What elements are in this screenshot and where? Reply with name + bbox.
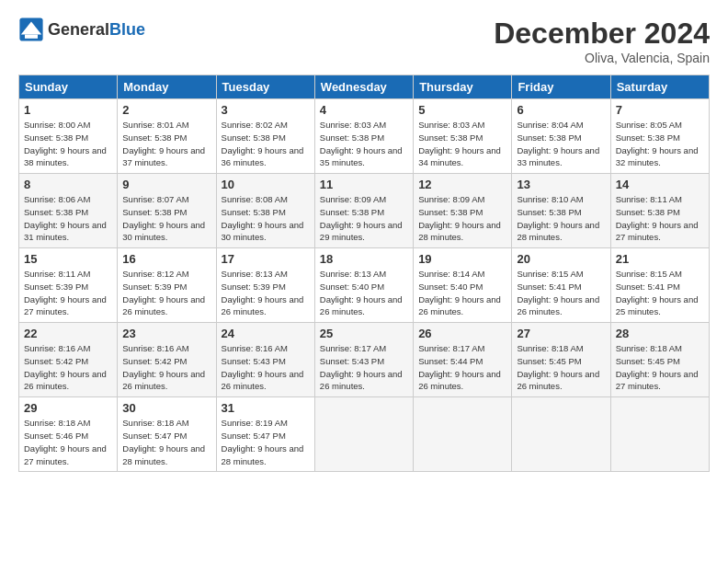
day-number: 18 xyxy=(320,252,408,266)
cell-text: Sunrise: 8:05 AMSunset: 5:38 PMDaylight:… xyxy=(616,120,699,167)
calendar-table: Sunday Monday Tuesday Wednesday Thursday… xyxy=(18,75,710,472)
day-number: 23 xyxy=(122,327,210,340)
cell-text: Sunrise: 8:08 AMSunset: 5:38 PMDaylight:… xyxy=(222,194,304,242)
day-number: 27 xyxy=(517,327,605,340)
title-block: December 2024 Oliva, Valencia, Spain xyxy=(494,17,710,65)
cell-text: Sunrise: 8:07 AMSunset: 5:38 PMDaylight:… xyxy=(122,194,205,242)
cell-text: Sunrise: 8:18 AMSunset: 5:45 PMDaylight:… xyxy=(616,343,699,391)
calendar-week-5: 29 Sunrise: 8:18 AMSunset: 5:46 PMDaylig… xyxy=(19,397,710,472)
cell-text: Sunrise: 8:12 AMSunset: 5:39 PMDaylight:… xyxy=(122,269,205,316)
table-row: 27 Sunrise: 8:18 AMSunset: 5:45 PMDaylig… xyxy=(512,323,610,397)
day-number: 28 xyxy=(616,327,704,340)
table-row: 23 Sunrise: 8:16 AMSunset: 5:42 PMDaylig… xyxy=(118,323,216,397)
cell-text: Sunrise: 8:15 AMSunset: 5:41 PMDaylight:… xyxy=(517,269,599,316)
cell-text: Sunrise: 8:00 AMSunset: 5:38 PMDaylight:… xyxy=(24,120,107,167)
day-number: 8 xyxy=(24,178,112,191)
table-row: 21 Sunrise: 8:15 AMSunset: 5:41 PMDaylig… xyxy=(610,248,709,323)
day-number: 10 xyxy=(222,178,310,191)
table-row: 1 Sunrise: 8:00 AMSunset: 5:38 PMDayligh… xyxy=(19,99,118,174)
col-thursday: Thursday xyxy=(414,75,512,99)
header: GeneralBlue December 2024 Oliva, Valenci… xyxy=(18,17,710,65)
cell-text: Sunrise: 8:02 AMSunset: 5:38 PMDaylight:… xyxy=(222,120,304,167)
calendar-header-row: Sunday Monday Tuesday Wednesday Thursday… xyxy=(19,75,710,99)
day-number: 7 xyxy=(616,103,704,117)
cell-text: Sunrise: 8:15 AMSunset: 5:41 PMDaylight:… xyxy=(616,269,699,316)
cell-text: Sunrise: 8:18 AMSunset: 5:45 PMDaylight:… xyxy=(517,343,599,391)
day-number: 5 xyxy=(418,103,506,117)
page-container: GeneralBlue December 2024 Oliva, Valenci… xyxy=(0,0,728,481)
day-number: 31 xyxy=(222,401,310,415)
cell-text: Sunrise: 8:03 AMSunset: 5:38 PMDaylight:… xyxy=(418,120,501,167)
table-row: 30 Sunrise: 8:18 AMSunset: 5:47 PMDaylig… xyxy=(118,397,216,472)
table-row xyxy=(610,397,709,472)
table-row: 11 Sunrise: 8:09 AMSunset: 5:38 PMDaylig… xyxy=(314,174,413,248)
cell-text: Sunrise: 8:16 AMSunset: 5:43 PMDaylight:… xyxy=(222,343,304,391)
table-row: 31 Sunrise: 8:19 AMSunset: 5:47 PMDaylig… xyxy=(216,397,314,472)
cell-text: Sunrise: 8:18 AMSunset: 5:47 PMDaylight:… xyxy=(122,418,205,465)
table-row: 6 Sunrise: 8:04 AMSunset: 5:38 PMDayligh… xyxy=(512,99,610,174)
month-title: December 2024 xyxy=(494,17,710,51)
table-row: 29 Sunrise: 8:18 AMSunset: 5:46 PMDaylig… xyxy=(19,397,118,472)
cell-text: Sunrise: 8:16 AMSunset: 5:42 PMDaylight:… xyxy=(24,343,107,391)
col-monday: Monday xyxy=(118,75,216,99)
table-row: 3 Sunrise: 8:02 AMSunset: 5:38 PMDayligh… xyxy=(216,99,314,174)
table-row: 20 Sunrise: 8:15 AMSunset: 5:41 PMDaylig… xyxy=(512,248,610,323)
table-row: 17 Sunrise: 8:13 AMSunset: 5:39 PMDaylig… xyxy=(216,248,314,323)
cell-text: Sunrise: 8:17 AMSunset: 5:43 PMDaylight:… xyxy=(320,343,403,391)
cell-text: Sunrise: 8:09 AMSunset: 5:38 PMDaylight:… xyxy=(320,194,403,242)
table-row: 28 Sunrise: 8:18 AMSunset: 5:45 PMDaylig… xyxy=(610,323,709,397)
cell-text: Sunrise: 8:14 AMSunset: 5:40 PMDaylight:… xyxy=(418,269,501,316)
cell-text: Sunrise: 8:03 AMSunset: 5:38 PMDaylight:… xyxy=(320,120,403,167)
day-number: 3 xyxy=(222,103,310,117)
table-row: 14 Sunrise: 8:11 AMSunset: 5:38 PMDaylig… xyxy=(610,174,709,248)
day-number: 1 xyxy=(24,103,112,117)
col-sunday: Sunday xyxy=(19,75,118,99)
cell-text: Sunrise: 8:10 AMSunset: 5:38 PMDaylight:… xyxy=(517,194,599,242)
logo-blue: Blue xyxy=(109,20,145,39)
day-number: 25 xyxy=(320,327,408,340)
cell-text: Sunrise: 8:13 AMSunset: 5:40 PMDaylight:… xyxy=(320,269,403,316)
table-row: 8 Sunrise: 8:06 AMSunset: 5:38 PMDayligh… xyxy=(19,174,118,248)
table-row: 5 Sunrise: 8:03 AMSunset: 5:38 PMDayligh… xyxy=(414,99,512,174)
day-number: 21 xyxy=(616,252,704,266)
table-row: 15 Sunrise: 8:11 AMSunset: 5:39 PMDaylig… xyxy=(19,248,118,323)
cell-text: Sunrise: 8:06 AMSunset: 5:38 PMDaylight:… xyxy=(24,194,107,242)
table-row: 7 Sunrise: 8:05 AMSunset: 5:38 PMDayligh… xyxy=(610,99,709,174)
day-number: 13 xyxy=(517,178,605,191)
table-row: 10 Sunrise: 8:08 AMSunset: 5:38 PMDaylig… xyxy=(216,174,314,248)
cell-text: Sunrise: 8:11 AMSunset: 5:38 PMDaylight:… xyxy=(616,194,699,242)
logo-icon xyxy=(18,17,44,42)
table-row xyxy=(314,397,413,472)
day-number: 15 xyxy=(24,252,112,266)
day-number: 6 xyxy=(517,103,605,117)
day-number: 2 xyxy=(122,103,210,117)
day-number: 26 xyxy=(418,327,506,340)
cell-text: Sunrise: 8:17 AMSunset: 5:44 PMDaylight:… xyxy=(418,343,501,391)
day-number: 29 xyxy=(24,401,112,415)
day-number: 9 xyxy=(122,178,210,191)
calendar-week-2: 8 Sunrise: 8:06 AMSunset: 5:38 PMDayligh… xyxy=(19,174,710,248)
day-number: 16 xyxy=(122,252,210,266)
table-row: 13 Sunrise: 8:10 AMSunset: 5:38 PMDaylig… xyxy=(512,174,610,248)
cell-text: Sunrise: 8:13 AMSunset: 5:39 PMDaylight:… xyxy=(222,269,304,316)
calendar-week-1: 1 Sunrise: 8:00 AMSunset: 5:38 PMDayligh… xyxy=(19,99,710,174)
table-row xyxy=(414,397,512,472)
table-row: 2 Sunrise: 8:01 AMSunset: 5:38 PMDayligh… xyxy=(118,99,216,174)
table-row: 18 Sunrise: 8:13 AMSunset: 5:40 PMDaylig… xyxy=(314,248,413,323)
location-title: Oliva, Valencia, Spain xyxy=(494,51,710,65)
cell-text: Sunrise: 8:19 AMSunset: 5:47 PMDaylight:… xyxy=(222,418,304,465)
col-wednesday: Wednesday xyxy=(314,75,413,99)
table-row: 26 Sunrise: 8:17 AMSunset: 5:44 PMDaylig… xyxy=(414,323,512,397)
day-number: 22 xyxy=(24,327,112,340)
cell-text: Sunrise: 8:11 AMSunset: 5:39 PMDaylight:… xyxy=(24,269,107,316)
col-tuesday: Tuesday xyxy=(216,75,314,99)
cell-text: Sunrise: 8:09 AMSunset: 5:38 PMDaylight:… xyxy=(418,194,501,242)
calendar-week-4: 22 Sunrise: 8:16 AMSunset: 5:42 PMDaylig… xyxy=(19,323,710,397)
cell-text: Sunrise: 8:16 AMSunset: 5:42 PMDaylight:… xyxy=(122,343,205,391)
day-number: 20 xyxy=(517,252,605,266)
day-number: 4 xyxy=(320,103,408,117)
logo-text: GeneralBlue xyxy=(48,20,145,40)
day-number: 30 xyxy=(122,401,210,415)
table-row: 19 Sunrise: 8:14 AMSunset: 5:40 PMDaylig… xyxy=(414,248,512,323)
col-saturday: Saturday xyxy=(610,75,709,99)
